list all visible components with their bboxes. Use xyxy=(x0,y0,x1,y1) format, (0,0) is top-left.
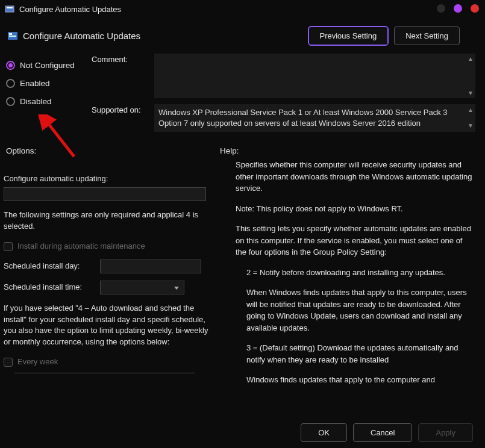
titlebar: Configure Automatic Updates xyxy=(0,0,485,18)
window-controls xyxy=(437,4,479,13)
minimize-button[interactable] xyxy=(437,4,445,13)
scroll-down-icon[interactable]: ▼ xyxy=(468,90,474,96)
apply-button[interactable]: Apply xyxy=(418,423,473,442)
supported-label: Supported on: xyxy=(92,104,154,132)
radio-icon xyxy=(6,79,15,88)
help-text: 3 = (Default setting) Download the updat… xyxy=(236,342,474,366)
radio-icon xyxy=(6,61,15,70)
scheduled-time-select[interactable] xyxy=(100,281,184,294)
svg-rect-0 xyxy=(5,6,14,12)
radio-disabled[interactable]: Disabled xyxy=(6,92,92,110)
scroll-down-icon[interactable]: ▼ xyxy=(468,122,474,130)
help-text: This setting lets you specify whether au… xyxy=(236,223,474,258)
supported-on-text: Windows XP Professional Service Pack 1 o… xyxy=(154,104,475,132)
page-title: Configure Automatic Updates xyxy=(23,31,140,41)
radio-icon xyxy=(6,97,15,106)
options-note: The following settings are only required… xyxy=(4,210,213,232)
checkbox-icon xyxy=(4,358,13,367)
options-heading: Options: xyxy=(6,146,220,155)
every-week-checkbox[interactable]: Every week xyxy=(4,356,213,368)
configure-updating-dropdown[interactable] xyxy=(4,187,206,201)
scheduled-day-label: Scheduled install day: xyxy=(4,261,100,272)
previous-setting-button[interactable]: Previous Setting xyxy=(308,26,389,45)
window-icon xyxy=(5,4,14,14)
help-text: When Windows finds updates that apply to… xyxy=(236,287,474,334)
options-panel: Configure automatic updating: The follow… xyxy=(4,159,217,388)
comment-label: Comment: xyxy=(92,54,154,98)
scheduled-day-input[interactable] xyxy=(100,260,201,273)
scroll-up-icon[interactable]: ▲ xyxy=(468,55,474,62)
svg-rect-4 xyxy=(9,36,16,37)
scroll-up-icon[interactable]: ▲ xyxy=(468,106,474,114)
ok-button[interactable]: OK xyxy=(301,423,347,442)
header: Configure Automatic Updates Previous Set… xyxy=(0,18,485,51)
comment-textarea[interactable]: ▲ ▼ xyxy=(154,54,475,98)
window-title: Configure Automatic Updates xyxy=(19,5,121,14)
help-text: Windows finds updates that apply to the … xyxy=(236,374,474,386)
state-radios: Not Configured Enabled Disabled xyxy=(6,54,92,138)
help-text: Note: This policy does not apply to Wind… xyxy=(236,203,474,215)
policy-icon xyxy=(7,31,18,42)
radio-not-configured[interactable]: Not Configured xyxy=(6,56,92,74)
options-long-note: If you have selected "4 – Auto download … xyxy=(4,303,213,348)
help-heading: Help: xyxy=(220,146,239,155)
help-text: 2 = Notify before downloading and instal… xyxy=(236,267,474,279)
options-divider xyxy=(14,373,195,373)
checkbox-icon xyxy=(4,242,13,251)
close-button[interactable] xyxy=(471,4,479,13)
scheduled-time-label: Scheduled install time: xyxy=(4,282,100,293)
help-panel: Specifies whether this computer will rec… xyxy=(217,159,478,388)
radio-enabled[interactable]: Enabled xyxy=(6,74,92,92)
next-setting-button[interactable]: Next Setting xyxy=(394,26,460,45)
maximize-button[interactable] xyxy=(454,4,462,13)
install-maintenance-checkbox[interactable]: Install during automatic maintenance xyxy=(4,241,213,252)
help-text: Specifies whether this computer will rec… xyxy=(236,159,474,194)
svg-rect-3 xyxy=(9,33,12,35)
configure-updating-label: Configure automatic updating: xyxy=(4,173,213,185)
svg-rect-1 xyxy=(7,7,13,8)
cancel-button[interactable]: Cancel xyxy=(353,423,412,442)
dialog-footer: OK Cancel Apply xyxy=(301,423,473,442)
